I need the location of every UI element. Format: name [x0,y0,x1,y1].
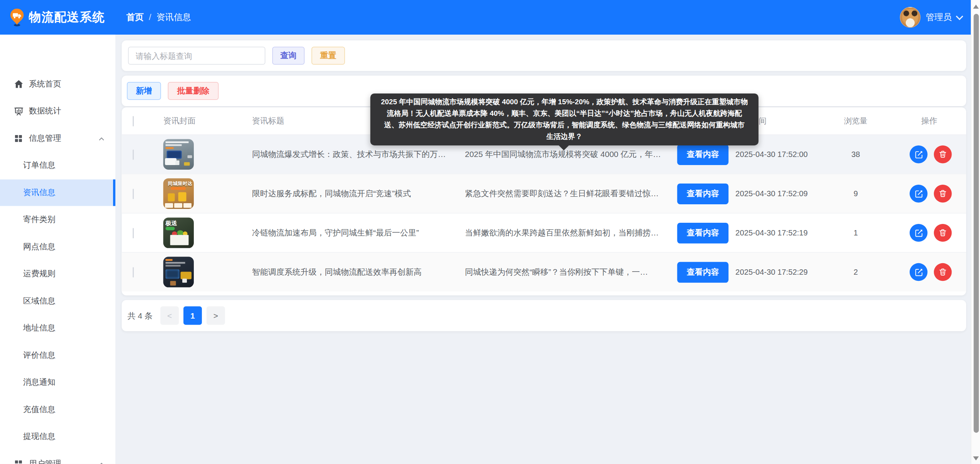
stats-board-icon [14,107,23,116]
user-name: 管理员 [926,12,952,23]
news-cover-image [163,257,193,287]
publish-time: 2025-04-30 17:52:00 [734,150,822,159]
delete-button[interactable] [934,224,952,242]
view-content-button[interactable]: 查看内容 [677,222,728,243]
sidebar-group-info-management[interactable]: 信息管理 [0,125,115,152]
edit-button[interactable] [910,224,927,242]
chevron-up-icon [98,135,105,144]
home-icon [14,79,23,89]
news-content-preview[interactable]: 同城快递为何突然“瞬移”？当你刚按下下单键，一… [460,267,671,277]
sidebar-item-data-stats[interactable]: 数据统计 [0,98,115,125]
sidebar-item-address-info[interactable]: 地址信息 [0,315,115,342]
publish-time: 2025-04-30 17:52:29 [734,268,822,276]
news-cover-image [163,139,193,169]
table-row: 智能调度系统升级，同城物流配送效率再创新高 同城快递为何突然“瞬移”？当你刚按下… [122,252,966,291]
view-content-button[interactable]: 查看内容 [677,183,728,204]
news-content-preview[interactable]: 紧急文件突然需要即刻送达？生日鲜花眼看要错过惊… [460,189,671,199]
col-header-actions: 操作 [889,116,966,126]
col-header-views: 浏览量 [823,116,889,126]
table-row: 极送 冷链物流加速布局，守护同城生鲜“最后一公里” 当鲜嫩欲滴的水果跨越百里依然… [122,213,966,252]
news-title: 冷链物流加速布局，守护同城生鲜“最后一公里” [252,228,460,238]
select-all-checkbox[interactable] [133,116,134,126]
sidebar-item-order-info[interactable]: 订单信息 [0,152,115,179]
publish-time: 2025-04-30 17:52:19 [734,229,822,237]
news-cover-image: 同城限时达 [163,178,193,209]
view-content-button[interactable]: 查看内容 [677,262,728,282]
scrollbar-thumb[interactable] [973,14,978,433]
logo-pin-truck-icon [9,8,25,29]
sidebar-item-news-info[interactable]: 资讯信息 [0,179,115,206]
pagination-next-button[interactable]: > [207,306,225,325]
content-tooltip: 2025 年中国同城物流市场规模将突破 4000 亿元，年增 15%-20%，政… [370,93,758,145]
add-button[interactable]: 新增 [127,82,161,100]
sidebar-item-freight-rules[interactable]: 运费规则 [0,261,115,287]
page-scrollbar[interactable] [971,0,980,464]
publish-time: 2025-04-30 17:52:09 [734,189,822,198]
edit-button[interactable] [910,263,927,281]
table-row: 同城限时达 限时达服务成标配，同城物流开启“竞速”模式 紧急文件突然需要即刻送达… [122,174,966,213]
app-root: 物流配送系统 首页 / 资讯信息 管理员 系统首页 [0,0,980,464]
delete-button[interactable] [934,185,952,202]
chevron-up-icon [98,461,105,464]
app-title: 物流配送系统 [29,9,105,25]
news-title: 限时达服务成标配，同城物流开启“竞速”模式 [252,189,460,199]
user-menu[interactable]: 管理员 [900,7,962,28]
sidebar-item-system-home[interactable]: 系统首页 [0,71,115,97]
pagination-total: 共 4 条 [127,311,152,321]
scroll-down-arrow-icon[interactable] [973,456,979,460]
edit-button[interactable] [910,145,927,163]
news-title: 智能调度系统升级，同城物流配送效率再创新高 [252,267,460,277]
news-title: 同城物流爆发式增长：政策、技术与市场共振下的万… [252,149,460,160]
views-count: 38 [823,150,889,159]
breadcrumb-home[interactable]: 首页 [126,12,143,23]
edit-button[interactable] [910,185,927,202]
delete-button[interactable] [934,145,952,163]
sidebar: 系统首页 数据统计 信息管理 订单信息 资讯信息 寄件类别 网点信息 运费规则 [0,35,115,464]
sidebar-group-user-management[interactable]: 用户管理 [0,451,115,464]
view-content-button[interactable]: 查看内容 [677,144,728,165]
views-count: 2 [823,268,889,276]
chevron-down-icon [956,12,963,20]
title-search-input[interactable] [128,47,265,64]
row-checkbox[interactable] [133,149,134,160]
col-header-cover: 资讯封面 [163,116,252,126]
views-count: 9 [823,189,889,198]
breadcrumb-separator: / [149,12,151,23]
top-navbar: 物流配送系统 首页 / 资讯信息 管理员 [0,0,971,35]
news-cover-image: 极送 [163,217,193,248]
tooltip-text: 2025 年中国同城物流市场规模将突破 4000 亿元，年增 15%-20%，政… [381,98,748,141]
breadcrumb: 首页 / 资讯信息 [126,12,191,23]
sidebar-item-branch-info[interactable]: 网点信息 [0,234,115,260]
sidebar-item-parcel-category[interactable]: 寄件类别 [0,207,115,233]
sidebar-item-region-info[interactable]: 区域信息 [0,288,115,314]
row-checkbox[interactable] [133,189,134,199]
breadcrumb-current: 资讯信息 [157,12,191,23]
news-content-preview[interactable]: 2025 年中国同城物流市场规模将突破 4000 亿元，年… [460,149,671,160]
reset-button[interactable]: 重置 [312,47,345,64]
sidebar-item-message-notice[interactable]: 消息通知 [0,369,115,396]
news-content-preview[interactable]: 当鲜嫩欲滴的水果跨越百里依然新鲜如初，当刚捕捞… [460,228,671,238]
grid-icon [14,459,23,464]
sidebar-item-withdraw-info[interactable]: 提现信息 [0,424,115,450]
scroll-up-arrow-icon[interactable] [973,5,979,8]
avatar[interactable] [900,7,921,28]
pagination-page-1[interactable]: 1 [183,306,202,325]
query-button[interactable]: 查询 [272,47,305,64]
row-checkbox[interactable] [133,228,134,238]
sidebar-item-review-info[interactable]: 评价信息 [0,342,115,369]
sidebar-item-recharge-info[interactable]: 充值信息 [0,396,115,423]
pagination-prev-button[interactable]: < [160,306,179,325]
batch-delete-button[interactable]: 批量删除 [168,82,218,100]
delete-button[interactable] [934,263,952,281]
pagination-card: 共 4 条 < 1 > [122,300,966,331]
views-count: 1 [823,229,889,237]
search-card: 查询 重置 [122,40,966,71]
grid-icon [14,134,23,143]
row-checkbox[interactable] [133,267,134,277]
